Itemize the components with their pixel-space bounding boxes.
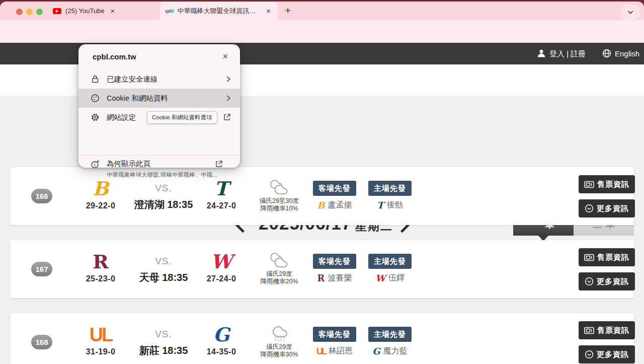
home-team-logo: G	[194, 323, 249, 346]
tab-close-icon[interactable]: ×	[264, 6, 273, 16]
home-starter-name: 伍鐸	[388, 273, 405, 283]
popup-divider	[78, 155, 240, 156]
ticket-info-button[interactable]: 售票資訊	[579, 321, 635, 339]
screen: (25) YouTube × cpbl 中華職棒大聯盟全球資訊網 The × +…	[0, 0, 644, 364]
weather-temp: 攝氏29至30度	[255, 197, 303, 205]
popup-row-label: 已建立安全連線	[107, 75, 158, 84]
away-starter-name: 波賽樂	[328, 273, 352, 283]
weather-info: 攝氏29至30度 降雨機率10%	[255, 179, 303, 212]
chevron-circle-down-icon	[585, 277, 594, 286]
vs-label: VS.	[128, 256, 199, 267]
game-number-badge: 168	[31, 335, 52, 349]
tab-strip: (25) YouTube × cpbl 中華職棒大聯盟全球資訊網 The × +	[0, 2, 644, 20]
home-starter-name: 後勁	[387, 200, 403, 210]
home-team: G 14-35-0	[194, 323, 249, 356]
traffic-zoom-button[interactable]	[36, 9, 43, 15]
weather-temp: 攝氏29度	[255, 270, 303, 278]
external-link-icon	[223, 113, 231, 121]
home-starter-name: 魔力藍	[383, 346, 408, 356]
matchup: VS. 天母 18:35	[128, 256, 199, 284]
tab-close-icon[interactable]: ×	[109, 6, 117, 16]
home-team: T 24-27-0	[194, 177, 249, 210]
away-starter: 客場先發 R 波賽樂	[313, 254, 356, 283]
popup-row-secure-connection[interactable]: 已建立安全連線	[78, 69, 240, 89]
home-starter-name-row: W 伍鐸	[368, 273, 412, 283]
chevron-circle-down-icon	[585, 204, 594, 213]
away-starter-badge: 客場先發	[313, 327, 356, 342]
clouds-icon	[268, 179, 291, 195]
weather-rain-chance: 降雨機率10%	[255, 205, 303, 212]
popup-row-about-page[interactable]: 為何顯示此頁 中華職業棒球大聯盟,簡稱中華職棒、中職...	[91, 159, 232, 179]
globe-icon	[602, 48, 612, 58]
away-starter-team-icon: R	[317, 273, 325, 283]
popup-row-cookies[interactable]: Cookie 和網站資料	[78, 89, 240, 108]
away-starter-badge: 客場先發	[313, 181, 356, 196]
ticket-info-label: 售票資訊	[597, 326, 629, 335]
tab-youtube[interactable]: (25) YouTube ×	[48, 2, 157, 20]
away-starter-badge: 客場先發	[313, 254, 356, 269]
tab-title: 中華職棒大聯盟全球資訊網 The	[178, 7, 261, 16]
home-starter: 主場先發 W 伍鐸	[368, 254, 412, 283]
home-starter-team-icon: G	[372, 346, 380, 356]
popup-row-label: 網站設定	[107, 113, 136, 122]
new-tab-button[interactable]: +	[285, 5, 291, 17]
tab-search-button[interactable]	[621, 5, 640, 20]
game-number-badge: 167	[31, 262, 52, 276]
ticket-info-button[interactable]: 售票資訊	[579, 175, 635, 193]
browser-toolbar: cpbl.com.tw M	[0, 20, 644, 43]
tab-title: (25) YouTube	[65, 7, 105, 15]
vs-label: VS.	[128, 329, 199, 340]
more-info-button[interactable]: 更多資訊	[579, 272, 635, 290]
weather-rain-chance: 降雨機率30%	[255, 351, 303, 358]
language-link[interactable]: English	[615, 49, 639, 58]
away-team: B 29-22-0	[73, 177, 128, 210]
more-info-button[interactable]: 更多資訊	[579, 199, 635, 217]
login-register-link[interactable]: 登入 | 註冊	[549, 49, 586, 59]
lock-icon	[91, 75, 100, 84]
clouds-icon	[268, 252, 291, 268]
cpbl-favicon: cpbl	[165, 9, 174, 14]
ticket-info-button[interactable]: 售票資訊	[579, 248, 635, 266]
ticket-icon	[584, 254, 594, 261]
home-starter-badge: 主場先發	[368, 181, 412, 196]
away-starter-name: 林詔恩	[329, 346, 353, 356]
home-starter-name-row: T 後勁	[368, 200, 412, 210]
gear-icon	[91, 113, 100, 122]
home-starter-name-row: G 魔力藍	[368, 346, 412, 356]
matchup: VS. 澄清湖 18:35	[128, 183, 199, 211]
venue-time: 天母 18:35	[128, 271, 199, 284]
away-team-record: 29-22-0	[73, 201, 128, 210]
popup-row-label: Cookie 和網站資料	[107, 94, 168, 103]
tab-cpbl-active[interactable]: cpbl 中華職棒大聯盟全球資訊網 The ×	[160, 2, 278, 20]
venue-time: 新莊 18:35	[128, 344, 199, 357]
away-team-record: 31-19-0	[73, 347, 128, 356]
home-starter: 主場先發 T 後勁	[368, 181, 412, 210]
away-starter: 客場先發 UL 林詔恩	[313, 327, 356, 356]
away-starter-name-row: UL 林詔恩	[313, 346, 356, 356]
home-starter-team-icon: W	[375, 273, 385, 283]
away-team: R 25-23-0	[73, 250, 128, 283]
away-team-logo: B	[73, 177, 128, 200]
chevron-circle-down-icon	[585, 350, 594, 359]
cookie-icon	[91, 94, 100, 103]
home-team-record: 14-35-0	[194, 347, 249, 356]
away-starter-team-icon: UL	[316, 346, 326, 356]
home-starter-badge: 主場先發	[368, 327, 412, 342]
youtube-favicon	[53, 8, 61, 14]
away-team-logo: R	[73, 250, 128, 273]
ticket-info-label: 售票資訊	[597, 253, 629, 262]
home-team-record: 27-24-0	[194, 274, 249, 283]
traffic-close-button[interactable]	[16, 9, 23, 15]
popup-close-icon[interactable]: ×	[219, 50, 231, 63]
traffic-minimize-button[interactable]	[26, 9, 33, 15]
weather-rain-chance: 降雨機率20%	[255, 278, 303, 285]
home-team-logo: W	[194, 250, 249, 273]
popup-about-subtitle: 中華職業棒球大聯盟,簡稱中華職棒、中職...	[107, 171, 232, 179]
more-info-button[interactable]: 更多資訊	[579, 345, 635, 363]
more-info-label: 更多資訊	[597, 350, 629, 359]
vs-label: VS.	[128, 183, 199, 194]
cookie-tooltip: Cookie 和網站資料選項	[147, 111, 217, 124]
chevron-right-icon	[226, 76, 231, 83]
more-info-label: 更多資訊	[597, 204, 629, 213]
ticket-info-label: 售票資訊	[597, 180, 629, 189]
